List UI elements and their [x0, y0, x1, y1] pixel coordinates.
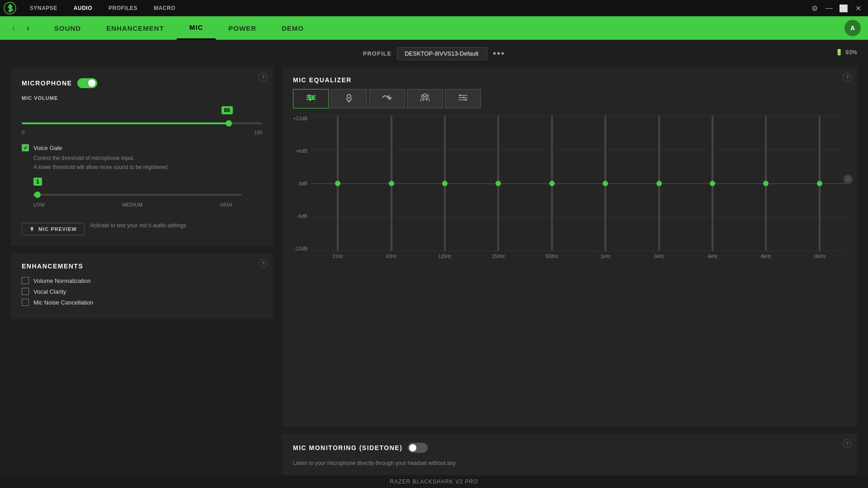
app-logo	[4, 2, 16, 14]
eq-freq-250hz: 250Hz	[472, 254, 525, 259]
profile-options-button[interactable]: •••	[493, 48, 505, 59]
svg-point-5	[311, 96, 314, 99]
eq-help-icon[interactable]: ?	[843, 73, 852, 82]
settings-icon[interactable]: ⚙	[808, 2, 821, 14]
eq-freq-16khz: 16kHz	[793, 254, 846, 259]
svg-point-17	[463, 97, 465, 99]
eq-freq-31hz: 31Hz	[311, 254, 364, 259]
eq-freq-63hz: 63Hz	[365, 254, 418, 259]
window-controls: ⚙ — ⬜ ✕	[808, 2, 864, 14]
eq-preset-advanced[interactable]	[445, 89, 481, 108]
profile-label: PROFILE	[363, 50, 392, 57]
eq-preset-voice[interactable]	[331, 89, 367, 108]
enhancements-title: ENHANCEMENTS	[22, 263, 262, 270]
nav-profiles[interactable]: PROFILES	[100, 0, 146, 16]
volume-normalization-row: Volume Normalization	[22, 277, 262, 284]
maximize-button[interactable]: ⬜	[837, 2, 850, 14]
eq-freq-500hz: 500Hz	[525, 254, 579, 259]
nav-audio[interactable]: AUDIO	[66, 0, 100, 16]
eq-preset-conference[interactable]	[407, 89, 443, 108]
eq-band-125hz	[418, 116, 472, 251]
eq-title: MIC EQUALIZER	[293, 76, 846, 84]
svg-point-4	[308, 94, 311, 97]
enhancements-title-text: ENHANCEMENTS	[22, 263, 83, 270]
microphone-help-icon[interactable]: ?	[259, 73, 268, 82]
monitoring-title: MIC MONITORING (SIDETONE)	[293, 443, 846, 453]
tab-enhancement[interactable]: ENHANCEMENT	[94, 16, 177, 40]
back-arrow[interactable]: ‹	[7, 22, 20, 34]
mic-preview-button[interactable]: 🎙 MIC PREVIEW	[22, 223, 85, 235]
battery-icon: 🔋	[835, 48, 843, 55]
battery-indicator: 🔋 93%	[835, 48, 857, 55]
tab-demo[interactable]: DEMO	[269, 16, 316, 40]
eq-scroll-arrow[interactable]: ›	[844, 175, 853, 184]
svg-point-18	[465, 99, 467, 101]
user-avatar[interactable]: A	[844, 20, 861, 36]
eq-freq-8khz: 8kHz	[739, 254, 793, 259]
tab-power[interactable]: POWER	[216, 16, 269, 40]
eq-band-1khz	[579, 116, 632, 251]
eq-chart: +12dB +6dB 0dB -6dB -12dB	[293, 116, 846, 260]
mic-preview-label: MIC PREVIEW	[38, 226, 77, 232]
mic-volume-label: MIC VOLUME	[22, 95, 262, 101]
eq-band-250hz	[472, 116, 525, 251]
monitoring-help-icon[interactable]: ?	[843, 439, 852, 448]
eq-freq-labels: 31Hz 63Hz 125Hz 250Hz 500Hz 1kHz 2kHz 4k…	[311, 254, 846, 259]
eq-preset-voice-icon	[344, 93, 354, 104]
voice-gate-checkbox[interactable]: ✓	[22, 144, 29, 151]
eq-label-0db: 0dB	[299, 181, 308, 186]
battery-value: 93%	[845, 48, 857, 55]
eq-preset-bass-icon	[382, 93, 392, 104]
close-button[interactable]: ✕	[852, 2, 864, 14]
eq-card: ? MIC EQUALIZER	[282, 67, 857, 427]
eq-label-6db: +6dB	[296, 148, 307, 154]
enhancements-card: ? ENHANCEMENTS Volume Normalization Voca…	[11, 253, 273, 319]
nav-bar: ‹ › SOUND ENHANCEMENT MIC POWER DEMO A	[0, 16, 868, 40]
microphone-card: ? MICROPHONE MIC VOLUME 86	[11, 67, 273, 246]
mic-volume-track[interactable]	[22, 119, 262, 128]
vg-medium-label: MEDIUM	[122, 202, 142, 207]
left-panel: ? MICROPHONE MIC VOLUME 86	[11, 67, 273, 475]
voice-gate-bubble: 1	[33, 178, 42, 186]
tab-mic[interactable]: MIC	[177, 16, 216, 40]
profile-select[interactable]: DESKTOP-8IVVS13-Default	[397, 47, 487, 60]
vocal-clarity-row: Vocal Clarity	[22, 288, 262, 295]
eq-freq-125hz: 125Hz	[418, 254, 472, 259]
eq-preset-bass[interactable]	[369, 89, 405, 108]
nav-macro[interactable]: MACRO	[146, 0, 184, 16]
eq-presets	[293, 89, 846, 108]
mic-noise-cancellation-checkbox[interactable]	[22, 299, 29, 306]
vocal-clarity-checkbox[interactable]	[22, 288, 29, 295]
eq-band-31hz	[311, 116, 364, 251]
eq-freq-4khz: 4kHz	[686, 254, 739, 259]
eq-bars-area: › 31Hz 63Hz 125Hz 250Hz 500Hz 1kHz 2kHz …	[311, 116, 846, 260]
mic-volume-bubble: 86	[222, 106, 233, 114]
microphone-section-title: MICROPHONE	[22, 78, 262, 88]
voice-gate-slider[interactable]	[33, 190, 262, 199]
eq-title-text: MIC EQUALIZER	[293, 76, 352, 84]
svg-point-16	[459, 94, 461, 96]
volume-normalization-checkbox[interactable]	[22, 277, 29, 284]
checkbox-check-icon: ✓	[24, 145, 28, 151]
nav-synapse[interactable]: SYNAPSE	[22, 0, 66, 16]
microphone-toggle[interactable]	[77, 78, 97, 88]
eq-freq-2khz: 2kHz	[632, 254, 685, 259]
device-name: RAZER BLACKSHARK V2 PRO	[390, 479, 478, 485]
monitoring-title-text: MIC MONITORING (SIDETONE)	[293, 444, 402, 451]
content-area: ? MICROPHONE MIC VOLUME 86	[0, 64, 868, 475]
eq-band-16khz	[793, 116, 846, 251]
eq-band-63hz	[365, 116, 418, 251]
voice-gate-label: Voice Gate	[33, 145, 62, 151]
eq-preset-custom[interactable]	[293, 89, 329, 108]
eq-band-2khz	[632, 116, 685, 251]
microphone-title-text: MICROPHONE	[22, 80, 72, 87]
monitoring-toggle[interactable]	[408, 443, 428, 453]
enhancements-help-icon[interactable]: ?	[259, 259, 268, 268]
right-panel: ? MIC EQUALIZER	[282, 67, 857, 475]
voice-gate-range-labels: LOW MEDIUM HIGH	[33, 202, 232, 207]
eq-y-labels: +12dB +6dB 0dB -6dB -12dB	[293, 116, 311, 251]
minimize-button[interactable]: —	[823, 2, 835, 14]
eq-preset-custom-icon	[306, 93, 316, 104]
forward-arrow[interactable]: ›	[22, 22, 34, 34]
tab-sound[interactable]: SOUND	[42, 16, 94, 40]
